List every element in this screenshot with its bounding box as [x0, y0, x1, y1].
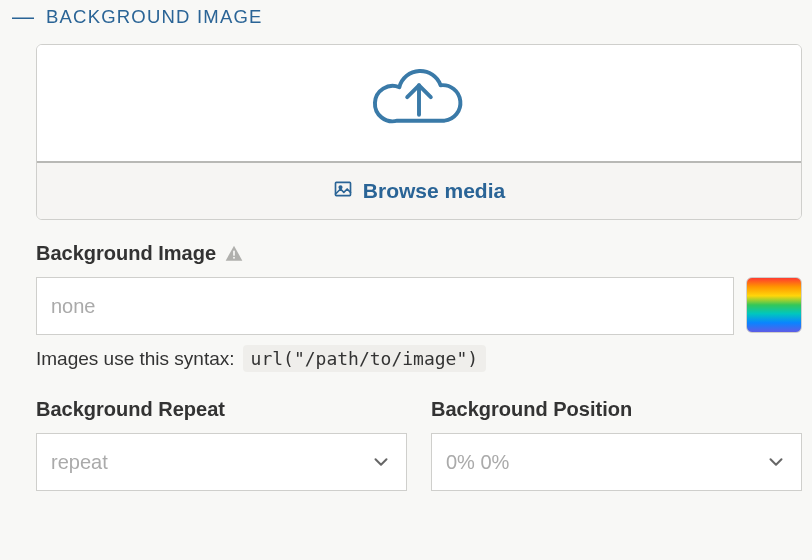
- background-image-input[interactable]: [36, 277, 734, 335]
- background-position-label: Background Position: [431, 398, 632, 421]
- warning-icon: [224, 244, 244, 264]
- helper-code: url("/path/to/image"): [243, 345, 487, 372]
- chevron-down-icon: [370, 451, 392, 473]
- section-content: Browse media Background Image Images use…: [10, 44, 802, 491]
- gradient-picker-button[interactable]: [746, 277, 802, 333]
- background-repeat-label: Background Repeat: [36, 398, 225, 421]
- upload-dropzone[interactable]: [37, 45, 801, 163]
- upload-container: Browse media: [36, 44, 802, 220]
- background-image-helper: Images use this syntax: url("/path/to/im…: [36, 345, 802, 372]
- collapse-icon: —: [12, 6, 34, 28]
- cloud-upload-icon: [360, 61, 478, 146]
- background-repeat-select[interactable]: repeat: [36, 433, 407, 491]
- chevron-down-icon: [765, 451, 787, 473]
- svg-rect-3: [233, 250, 235, 255]
- image-icon: [333, 179, 353, 204]
- background-image-label: Background Image: [36, 242, 244, 265]
- background-repeat-field: Background Repeat repeat: [36, 398, 407, 491]
- background-image-label-text: Background Image: [36, 242, 216, 265]
- svg-rect-4: [233, 256, 235, 258]
- background-repeat-value: repeat: [51, 451, 108, 474]
- background-image-field: Background Image Images use this syntax:…: [36, 242, 802, 372]
- background-position-field: Background Position 0% 0%: [431, 398, 802, 491]
- browse-media-label: Browse media: [363, 179, 505, 203]
- background-position-value: 0% 0%: [446, 451, 509, 474]
- browse-media-button[interactable]: Browse media: [37, 163, 801, 219]
- background-position-select[interactable]: 0% 0%: [431, 433, 802, 491]
- section-header[interactable]: — BACKGROUND IMAGE: [10, 6, 802, 28]
- helper-prefix: Images use this syntax:: [36, 348, 235, 370]
- section-title: BACKGROUND IMAGE: [46, 6, 263, 28]
